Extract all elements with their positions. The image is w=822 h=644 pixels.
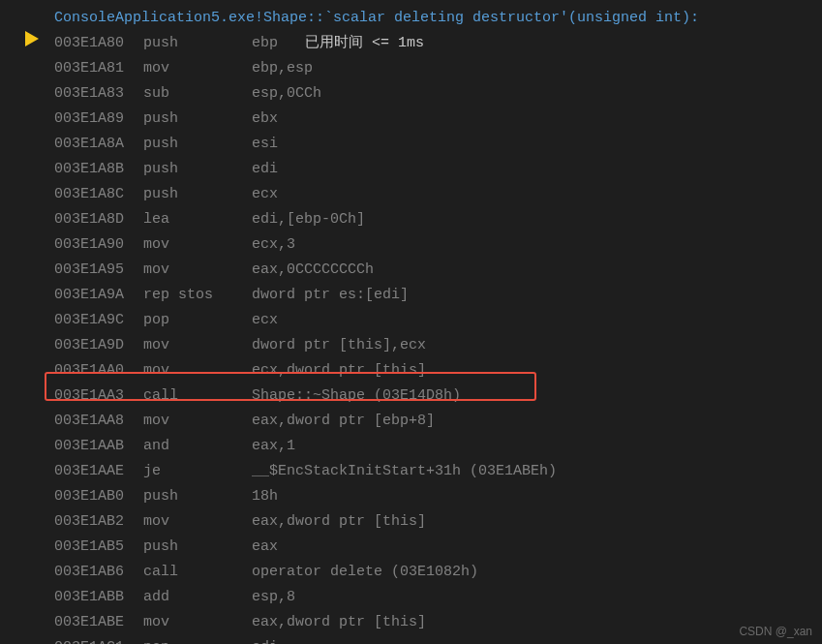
asm-row[interactable]: 003E1A8Dleaedi,[ebp-0Ch]	[0, 207, 822, 232]
asm-row[interactable]: 003E1AA8moveax,dword ptr [ebp+8]	[0, 409, 822, 434]
asm-address: 003E1ABE	[54, 610, 143, 635]
asm-row[interactable]: 003E1AB2moveax,dword ptr [this]	[0, 509, 822, 535]
asm-row[interactable]: 003E1A8Bpushedi	[0, 157, 822, 182]
asm-row[interactable]: 003E1A9Dmovdword ptr [this],ecx	[0, 333, 822, 358]
asm-address: 003E1A9D	[54, 333, 143, 358]
asm-row[interactable]: 003E1A83subesp,0CCh	[0, 81, 822, 107]
asm-operands: eax,dword ptr [ebp+8]	[252, 413, 435, 429]
asm-mnemonic: push	[143, 107, 252, 132]
asm-row[interactable]: 003E1AA3callShape::~Shape (03E14D8h)	[0, 383, 822, 409]
asm-row[interactable]: 003E1A8Cpushecx	[0, 182, 822, 207]
asm-operands: ebx	[252, 110, 278, 127]
asm-operands: ecx	[252, 312, 278, 328]
asm-row[interactable]: 003E1AB0push18h	[0, 484, 822, 509]
asm-row[interactable]: 003E1A89pushebx	[0, 107, 822, 132]
asm-mnemonic: mov	[143, 509, 252, 535]
asm-mnemonic: mov	[143, 258, 252, 283]
asm-row[interactable]: 003E1AC1popedi	[0, 635, 822, 644]
asm-mnemonic: push	[143, 535, 252, 560]
asm-address: 003E1A83	[54, 81, 143, 107]
asm-address: 003E1A8B	[54, 157, 143, 182]
asm-mnemonic: add	[143, 585, 252, 610]
asm-address: 003E1A80	[54, 31, 143, 56]
asm-row[interactable]: 003E1A80pushebp已用时间 <= 1ms	[0, 31, 822, 56]
asm-operands: ecx,3	[252, 236, 295, 253]
asm-address: 003E1A81	[54, 56, 143, 81]
disassembly-view: ConsoleApplication5.exe!Shape::`scalar d…	[0, 0, 822, 644]
asm-rows: 003E1A80pushebp已用时间 <= 1ms003E1A81movebp…	[0, 31, 822, 644]
asm-mnemonic: pop	[143, 635, 252, 644]
asm-mnemonic: mov	[143, 232, 252, 258]
asm-operands: ecx,dword ptr [this]	[252, 362, 426, 379]
asm-operands: edi,[ebp-0Ch]	[252, 211, 365, 228]
asm-mnemonic: call	[143, 560, 252, 585]
asm-address: 003E1A9A	[54, 283, 143, 308]
asm-row[interactable]: 003E1A81movebp,esp	[0, 56, 822, 81]
asm-row[interactable]: 003E1AAEje__$EncStackInitStart+31h (03E1…	[0, 459, 822, 484]
asm-address: 003E1A9C	[54, 308, 143, 333]
asm-address: 003E1A89	[54, 107, 143, 132]
asm-row[interactable]: 003E1A8Apushesi	[0, 132, 822, 157]
asm-row[interactable]: 003E1AB6calloperator delete (03E1082h)	[0, 560, 822, 585]
asm-address: 003E1AAB	[54, 434, 143, 459]
asm-address: 003E1A8C	[54, 182, 143, 207]
asm-mnemonic: mov	[143, 333, 252, 358]
asm-operands: eax,1	[252, 438, 295, 454]
asm-operands: operator delete (03E1082h)	[252, 564, 478, 580]
asm-mnemonic: pop	[143, 308, 252, 333]
asm-row[interactable]: 003E1A9Cpopecx	[0, 308, 822, 333]
asm-mnemonic: call	[143, 383, 252, 409]
asm-operands: __$EncStackInitStart+31h (03E1ABEh)	[252, 463, 557, 479]
asm-row[interactable]: 003E1ABEmoveax,dword ptr [this]	[0, 610, 822, 635]
asm-operands: Shape::~Shape (03E14D8h)	[252, 387, 461, 404]
asm-mnemonic: je	[143, 459, 252, 484]
asm-row[interactable]: 003E1AB5pusheax	[0, 535, 822, 560]
asm-mnemonic: push	[143, 157, 252, 182]
asm-address: 003E1AA0	[54, 358, 143, 383]
asm-row[interactable]: 003E1A9Arep stosdword ptr es:[edi]	[0, 283, 822, 308]
asm-mnemonic: push	[143, 182, 252, 207]
asm-mnemonic: sub	[143, 81, 252, 107]
asm-address: 003E1A8A	[54, 132, 143, 157]
asm-row[interactable]: 003E1ABBaddesp,8	[0, 585, 822, 610]
asm-address: 003E1AC1	[54, 635, 143, 644]
asm-operands: eax	[252, 538, 278, 555]
asm-operands: edi	[252, 161, 278, 177]
asm-operands: esi	[252, 136, 278, 152]
asm-row[interactable]: 003E1AABandeax,1	[0, 434, 822, 459]
asm-address: 003E1A95	[54, 258, 143, 283]
asm-address: 003E1AB5	[54, 535, 143, 560]
asm-operands: ebp,esp	[252, 60, 313, 77]
asm-row[interactable]: 003E1A95moveax,0CCCCCCCCh	[0, 258, 822, 283]
asm-mnemonic: rep stos	[143, 283, 252, 308]
asm-address: 003E1AB6	[54, 560, 143, 585]
asm-mnemonic: lea	[143, 207, 252, 232]
asm-operands: 18h	[252, 488, 278, 505]
asm-mnemonic: mov	[143, 610, 252, 635]
asm-operands: eax,0CCCCCCCCh	[252, 261, 374, 278]
asm-operands: eax,dword ptr [this]	[252, 513, 426, 530]
asm-address: 003E1A8D	[54, 207, 143, 232]
asm-operands: ecx	[252, 186, 278, 202]
asm-operands: eax,dword ptr [this]	[252, 614, 426, 630]
asm-mnemonic: and	[143, 434, 252, 459]
asm-mnemonic: push	[143, 31, 252, 56]
timing-annotation: 已用时间 <= 1ms	[305, 35, 424, 51]
function-header: ConsoleApplication5.exe!Shape::`scalar d…	[0, 6, 822, 31]
asm-mnemonic: push	[143, 132, 252, 157]
asm-operands: dword ptr [this],ecx	[252, 337, 426, 353]
asm-address: 003E1AB2	[54, 509, 143, 535]
asm-operands: ebp	[252, 35, 278, 51]
asm-operands: dword ptr es:[edi]	[252, 287, 409, 303]
asm-operands: esp,0CCh	[252, 85, 321, 102]
asm-address: 003E1ABB	[54, 585, 143, 610]
asm-address: 003E1AB0	[54, 484, 143, 509]
asm-mnemonic: mov	[143, 56, 252, 81]
asm-operands: edi	[252, 639, 278, 644]
asm-address: 003E1AAE	[54, 459, 143, 484]
asm-row[interactable]: 003E1AA0movecx,dword ptr [this]	[0, 358, 822, 383]
asm-row[interactable]: 003E1A90movecx,3	[0, 232, 822, 258]
asm-mnemonic: mov	[143, 358, 252, 383]
watermark: CSDN @_xan	[739, 625, 812, 638]
asm-operands: esp,8	[252, 589, 295, 605]
